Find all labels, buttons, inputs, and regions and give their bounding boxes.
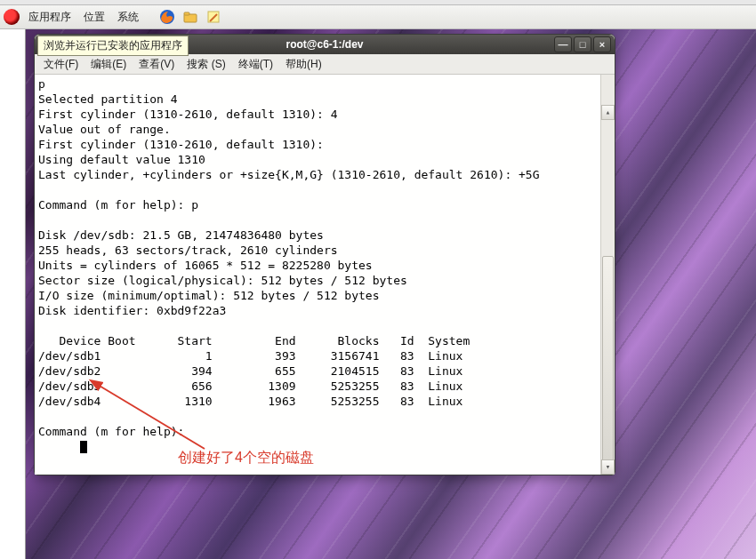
- annotation-text: 创建好了4个空的磁盘: [178, 449, 314, 467]
- desktop-viewport: root@c6-1:/dev — □ × 文件(F) 编辑(E) 查看(V) 搜…: [0, 29, 756, 559]
- firefox-icon[interactable]: [158, 8, 176, 26]
- menu-search[interactable]: 搜索 (S): [181, 55, 230, 74]
- menu-terminal[interactable]: 终端(T): [233, 55, 278, 74]
- terminal-menubar: 文件(F) 编辑(E) 查看(V) 搜索 (S) 终端(T) 帮助(H): [35, 54, 615, 75]
- menu-edit[interactable]: 编辑(E): [85, 55, 132, 74]
- gnome-top-panel: 应用程序 位置 系统: [0, 5, 756, 29]
- note-icon[interactable]: [205, 8, 222, 26]
- scrollbar-thumb[interactable]: [602, 256, 614, 462]
- scrollbar-down-icon[interactable]: ▾: [601, 459, 615, 475]
- terminal-scrollbar[interactable]: ▴ ▾: [600, 75, 615, 475]
- window-minimize-button[interactable]: —: [554, 36, 572, 52]
- terminal-cursor: [80, 441, 87, 453]
- menu-view[interactable]: 查看(V): [133, 55, 180, 74]
- panel-places-menu[interactable]: 位置: [80, 10, 109, 25]
- window-maximize-button[interactable]: □: [574, 36, 591, 52]
- menu-help[interactable]: 帮助(H): [280, 55, 327, 74]
- terminal-output[interactable]: p Selected partition 4 First cylinder (1…: [35, 75, 615, 475]
- svg-rect-2: [184, 12, 189, 15]
- folder-icon[interactable]: [181, 8, 199, 26]
- left-frame-edge: [0, 29, 26, 559]
- menu-file[interactable]: 文件(F): [38, 55, 84, 74]
- panel-apps-menu[interactable]: 应用程序: [25, 10, 75, 25]
- panel-system-menu[interactable]: 系统: [114, 10, 142, 25]
- redhat-logo-icon: [4, 9, 20, 25]
- tooltip: 浏览并运行已安装的应用程序: [37, 36, 189, 56]
- terminal-window: root@c6-1:/dev — □ × 文件(F) 编辑(E) 查看(V) 搜…: [34, 34, 615, 475]
- window-close-button[interactable]: ×: [593, 36, 611, 52]
